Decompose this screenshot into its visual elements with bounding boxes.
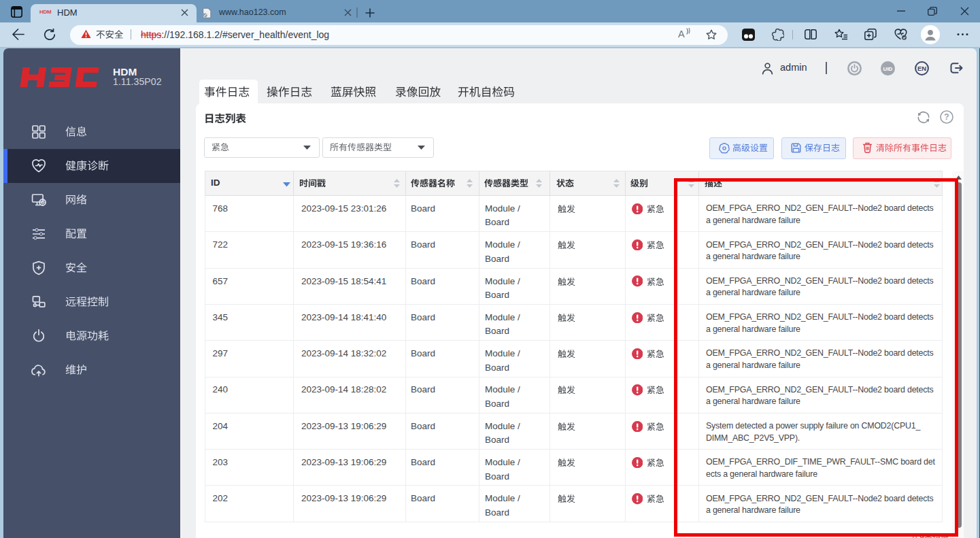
svg-text:UID: UID	[883, 65, 893, 71]
svg-text:EN: EN	[917, 65, 926, 72]
svg-text:?: ?	[944, 112, 949, 122]
